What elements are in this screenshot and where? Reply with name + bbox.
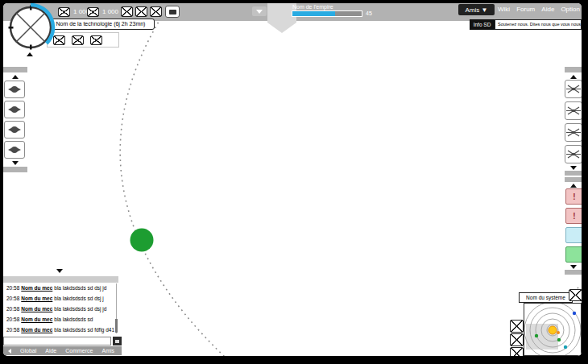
squadron-button-3[interactable] <box>565 123 582 142</box>
right-scroller-top-bar[interactable] <box>565 67 582 72</box>
notif-scroller-top-bar[interactable] <box>565 177 582 182</box>
image-icon <box>169 10 176 14</box>
planet-dot-orange[interactable] <box>557 331 560 334</box>
chat-username[interactable]: Nom du mec <box>21 306 52 312</box>
fleet-button-3[interactable] <box>4 121 25 139</box>
ship-side-icon <box>7 105 22 114</box>
system-side-button-2[interactable] <box>510 333 524 346</box>
system-minimap[interactable] <box>524 303 582 356</box>
chat-text: bla lakdsdsds sd fdflg d41 <box>54 327 114 333</box>
chat-scrollbar-thumb[interactable] <box>115 319 118 333</box>
chat-text: bla lakdsdsds sd dsj jd <box>54 306 106 312</box>
menu-item-aide[interactable]: Aide <box>541 6 554 13</box>
chat-message: 20:58Nom du mecbla lakdsdsds sd dsj j <box>6 296 104 301</box>
tab-amis[interactable]: Amis <box>101 348 114 354</box>
empire-progress-value: 45 <box>366 10 372 16</box>
chat-text: bla lakdsdsds sd <box>54 316 93 322</box>
chat-message: 20:58Nom du mecbla lakdsdsds sd <box>6 316 93 322</box>
chat-time: 20:58 <box>6 306 19 312</box>
planet-selector-up-icon[interactable] <box>27 52 33 56</box>
right-scroll-up-icon[interactable] <box>570 75 577 79</box>
tabs-scroll-right-icon[interactable] <box>123 349 126 354</box>
fleet-button-2[interactable] <box>4 101 25 118</box>
menu-item-option[interactable]: Option <box>561 6 580 13</box>
research-slot-2[interactable] <box>72 35 84 45</box>
planet-status-wheel[interactable] <box>5 3 58 60</box>
resource-2-icon <box>87 7 99 17</box>
planet-dot-green-2[interactable] <box>557 338 561 341</box>
system-side-button-1[interactable] <box>510 320 524 333</box>
chat-resize-handle[interactable] <box>3 276 118 283</box>
game-screen: 1 000 1 000 Nom de l'empire 45 Amis ▼ Wi… <box>3 3 582 356</box>
system-corner-button[interactable] <box>569 289 582 301</box>
chat-time: 20:58 <box>6 296 19 301</box>
chat-text: bla lakdsdsds sd dsj jd <box>54 285 106 291</box>
notification-alert-2[interactable]: ! <box>565 208 582 224</box>
planet-dot-blue[interactable] <box>573 312 576 315</box>
research-slot-3[interactable] <box>90 35 102 45</box>
left-scroller-top-bar[interactable] <box>3 67 27 72</box>
chat-username[interactable]: Nom du mec <box>21 316 52 322</box>
topbar-slot-button-1[interactable] <box>121 6 133 17</box>
left-scroll-down-icon[interactable] <box>12 161 19 165</box>
friends-menu-button[interactable]: Amis ▼ <box>458 4 495 15</box>
system-side-button-3[interactable] <box>510 347 524 356</box>
empire-progress-bar <box>292 10 362 17</box>
fleet-button-4[interactable] <box>4 141 25 159</box>
ship-side-icon <box>7 145 22 155</box>
planet-dot-green-1[interactable] <box>535 334 538 337</box>
chat-time: 20:58 <box>6 285 19 291</box>
empire-progress-fill <box>292 11 335 16</box>
player-planet[interactable] <box>130 229 154 252</box>
tab-global[interactable]: Global <box>20 348 36 354</box>
ship-side-icon <box>7 85 22 94</box>
squadron-button-1[interactable] <box>565 80 582 98</box>
chat-username[interactable]: Nom du mec <box>21 296 52 301</box>
menu-item-forum[interactable]: Forum <box>516 6 535 13</box>
notif-scroll-down-icon[interactable] <box>570 265 577 269</box>
top-menu: Wiki Forum Aide Option <box>498 6 580 13</box>
chat-time: 20:58 <box>6 316 19 322</box>
chat-username[interactable]: Nom du mec <box>21 285 52 291</box>
notification-alert-1[interactable]: ! <box>565 188 582 205</box>
chat-log: 20:58Nom du mecbla lakdsdsds sd dsj jd 2… <box>3 283 118 336</box>
info-message: Soutenez nous. Dites nous que vous nous … <box>495 19 582 30</box>
planet-dot-teal[interactable] <box>564 345 567 349</box>
collapse-topbar-button[interactable] <box>252 6 267 16</box>
notification-info[interactable] <box>565 227 582 243</box>
ship-top-icon <box>566 84 581 94</box>
tab-commerce[interactable]: Commerce <box>65 348 93 354</box>
tab-aide[interactable]: Aide <box>45 348 56 354</box>
screenshot-button[interactable] <box>165 6 180 18</box>
fleet-button-1[interactable] <box>4 81 25 98</box>
ship-top-icon <box>566 127 581 138</box>
tick-west <box>9 27 14 29</box>
chat-text: bla lakdsdsds sd dsj j <box>54 296 103 301</box>
empire-name: Nom de l'empire <box>292 4 333 10</box>
chat-collapse-icon[interactable] <box>56 269 63 273</box>
chat-message: 20:58Nom du mecbla lakdsdsds sd dsj jd <box>6 306 106 312</box>
notif-scroll-up-icon[interactable] <box>570 184 577 188</box>
chat-username[interactable]: Nom du mec <box>21 327 52 333</box>
menu-item-wiki[interactable]: Wiki <box>498 6 510 13</box>
left-scroll-up-icon[interactable] <box>12 75 19 79</box>
squadron-button-2[interactable] <box>565 101 582 120</box>
tabs-scroll-left-icon[interactable] <box>8 349 11 354</box>
tick-south <box>30 45 32 50</box>
chat-input[interactable] <box>3 337 111 345</box>
topbar-slot-button-2[interactable] <box>135 6 147 17</box>
chat-message: 20:58Nom du mecbla lakdsdsds sd fdflg d4… <box>6 327 114 333</box>
squadron-button-4[interactable] <box>565 145 582 163</box>
orbit-path <box>120 5 226 356</box>
topbar-slot-button-3[interactable] <box>150 6 162 17</box>
chat-send-button[interactable] <box>113 337 122 345</box>
right-scroll-down-icon[interactable] <box>570 166 577 170</box>
left-scroller-bottom-bar[interactable] <box>3 167 27 172</box>
system-orbits <box>524 304 581 355</box>
chevron-down-icon <box>256 10 263 14</box>
right-scroller-bottom-bar[interactable] <box>565 171 582 176</box>
notification-ok[interactable] <box>565 246 582 263</box>
chat-message: 20:58Nom du mecbla lakdsdsds sd dsj jd <box>6 285 106 291</box>
info-sd-badge[interactable]: Info SD <box>470 19 495 30</box>
notif-scroller-bottom-bar[interactable] <box>565 270 582 275</box>
